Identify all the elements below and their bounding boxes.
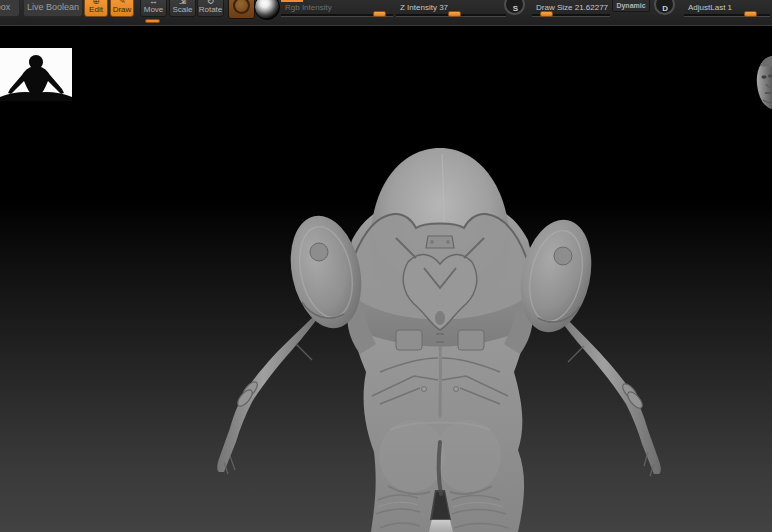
current-material-button[interactable] bbox=[254, 0, 280, 20]
draw-size-shortcut-icon[interactable]: ↷ S bbox=[504, 0, 525, 15]
draw-size-handle[interactable] bbox=[540, 11, 553, 17]
rgb-intensity-handle[interactable] bbox=[373, 11, 386, 17]
dynamic-label: Dynamic bbox=[616, 2, 645, 9]
current-brush-button[interactable] bbox=[228, 0, 255, 19]
viewport-canvas[interactable] bbox=[0, 26, 772, 532]
character-silhouette-icon bbox=[0, 48, 72, 101]
edit-label: Edit bbox=[89, 5, 103, 14]
edit-button[interactable]: ⊕ Edit bbox=[84, 0, 108, 17]
draw-size-slider[interactable]: Draw Size 21.62277 bbox=[532, 0, 610, 20]
adjust-last-label: AdjustLast 1 bbox=[688, 3, 732, 12]
scale-button[interactable]: ⇲ Scale bbox=[169, 0, 196, 17]
adjust-last-handle[interactable] bbox=[744, 11, 757, 17]
scale-label: Scale bbox=[172, 5, 192, 14]
sculpt-face-icon bbox=[755, 54, 772, 110]
draw-label: Draw bbox=[113, 5, 132, 14]
brush-stroke-icon bbox=[233, 0, 250, 14]
shortcut-d-label: D bbox=[662, 4, 668, 13]
dynamic-button[interactable]: Dynamic bbox=[612, 0, 650, 12]
document-preview-thumbnail bbox=[0, 48, 72, 101]
live-boolean-label: Live Boolean bbox=[27, 2, 79, 12]
move-button[interactable]: ↔ Move bbox=[140, 0, 167, 17]
tool-face-preview bbox=[755, 54, 772, 110]
adjust-last-track bbox=[684, 14, 770, 17]
top-shelf: box Live Boolean ⊕ Edit ✎ Draw ↔ Move ⇲ … bbox=[0, 0, 772, 26]
sculpt-model[interactable] bbox=[0, 26, 772, 532]
toolbar-drag-indicator bbox=[145, 19, 160, 23]
rotate-button[interactable]: ↻ Rotate bbox=[197, 0, 224, 17]
rgb-intensity-label: Rgb Intensity bbox=[285, 3, 332, 12]
z-intensity-slider[interactable]: Z Intensity 37 bbox=[396, 0, 506, 20]
shortcut-s-label: S bbox=[513, 4, 518, 13]
lightbox-label: box bbox=[0, 2, 10, 12]
live-boolean-button[interactable]: Live Boolean bbox=[23, 0, 83, 17]
adjust-last-slider[interactable]: AdjustLast 1 bbox=[684, 0, 770, 20]
shortcut-arrow-icon: ↷ bbox=[519, 0, 526, 1]
adjust-last-shortcut-icon[interactable]: ↷ D bbox=[654, 0, 675, 15]
z-intensity-label: Z Intensity 37 bbox=[400, 3, 448, 12]
rotate-label: Rotate bbox=[199, 5, 223, 14]
draw-button[interactable]: ✎ Draw bbox=[110, 0, 134, 17]
rgb-intensity-slider[interactable]: Rgb Intensity bbox=[281, 0, 393, 20]
lightbox-button[interactable]: box bbox=[0, 0, 20, 17]
move-label: Move bbox=[144, 5, 164, 14]
z-intensity-handle[interactable] bbox=[448, 11, 461, 17]
shortcut-arrow-icon: ↷ bbox=[669, 0, 676, 1]
